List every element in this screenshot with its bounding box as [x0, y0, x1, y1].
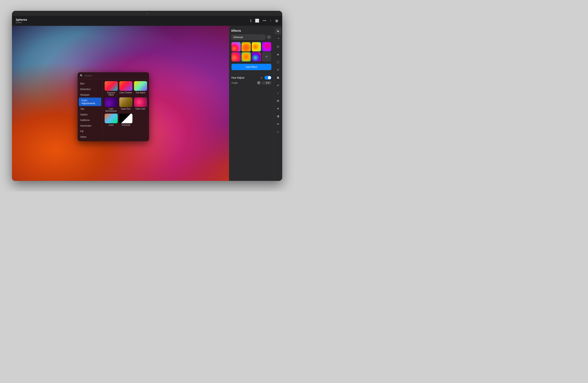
effect-preset-5[interactable]	[231, 52, 241, 62]
svg-point-3	[278, 69, 278, 70]
crop-icon[interactable]: ⬜	[255, 19, 259, 23]
category-item-sharpen[interactable]: Sharpen	[78, 92, 103, 98]
effects-preset-dropdown[interactable]: Ethereal ⌃⌄	[231, 35, 265, 40]
effect-label-colormonochrome: Color Monochrome	[105, 108, 118, 112]
effects-title: Effects	[231, 29, 272, 32]
effect-label-colorcontrols: Color Controls	[120, 91, 132, 94]
panel-content: Effects Ethereal ⌃⌄ •••	[229, 26, 274, 181]
tool-brush[interactable]	[275, 90, 281, 96]
effect-preset-7[interactable]	[252, 52, 261, 62]
tool-brightness[interactable]	[275, 106, 281, 112]
search-bar: 🔍	[78, 72, 149, 79]
category-item-halftone[interactable]: Halftone	[78, 117, 103, 123]
ellipsis-icon: •••	[268, 36, 270, 39]
add-preset-button[interactable]: +	[262, 52, 271, 62]
effect-invert[interactable]: Invert	[105, 114, 118, 126]
main-content: 🔍 Blur Distortion Sharpen Color Adjustme…	[12, 26, 282, 181]
effect-color-controls[interactable]: Color Controls	[119, 81, 132, 96]
effect-preset-6[interactable]	[241, 52, 251, 62]
mac-frame: Spheres Edited ℹ ⬜ ••• ↑ ▣ 🔍	[12, 11, 282, 181]
effect-color-monochrome[interactable]: Color Monochrome	[105, 97, 118, 112]
toolbar-right: ℹ ⬜ ••• ↑ ▣	[250, 19, 278, 23]
dropdown-body: Blur Distortion Sharpen Color Adjustment…	[78, 79, 149, 141]
effect-preset-4[interactable]	[262, 42, 271, 51]
tool-pen[interactable]	[275, 82, 281, 89]
delete-hue-icon[interactable]: 🗑	[260, 76, 263, 79]
category-item-other[interactable]: Other	[78, 134, 103, 140]
effect-thumb-threshold	[119, 114, 132, 123]
effect-thumb-colorcontrols	[119, 81, 132, 91]
svg-point-0	[277, 46, 279, 48]
angle-value[interactable]: 0.0°	[262, 81, 272, 85]
hue-adjust-toggle[interactable]	[264, 76, 272, 80]
effect-sepia-tone[interactable]: Sepia Tone	[119, 97, 132, 112]
effect-false-color[interactable]: False Color	[134, 97, 147, 112]
tool-magic-wand[interactable]	[275, 36, 281, 42]
svg-point-2	[277, 69, 278, 69]
search-input[interactable]	[84, 74, 147, 77]
tool-circle[interactable]	[275, 44, 281, 50]
tool-fill[interactable]	[275, 75, 281, 81]
svg-point-4	[278, 69, 279, 69]
category-item-color-adjustments[interactable]: Color Adjustments	[79, 98, 101, 106]
effect-label-threshold: Threshold	[121, 124, 130, 126]
tool-stamp[interactable]	[275, 51, 281, 58]
effects-preset-value: Ethereal	[233, 36, 243, 39]
title-info: Spheres Edited	[16, 18, 27, 23]
svg-point-6	[278, 70, 279, 71]
effect-label-exposure: Exposure Adjust	[105, 91, 118, 96]
info-icon[interactable]: ℹ	[250, 19, 252, 23]
tool-tint[interactable]	[275, 113, 281, 119]
more-options-icon[interactable]: •••	[263, 19, 266, 23]
category-item-fill[interactable]: Fill	[78, 129, 103, 134]
category-item-generator[interactable]: Generator	[78, 123, 103, 129]
app-container: Spheres Edited ℹ ⬜ ••• ↑ ▣ 🔍	[12, 16, 282, 181]
angle-row: Angle 0.0°	[231, 81, 272, 85]
search-icon: 🔍	[80, 74, 83, 77]
effect-hue-adjust[interactable]: Hue Adjust	[134, 81, 147, 96]
svg-point-9	[277, 108, 278, 109]
effect-preset-2[interactable]	[241, 42, 251, 51]
right-panel: Effects Ethereal ⌃⌄ •••	[229, 26, 274, 181]
category-item-blur[interactable]: Blur	[78, 81, 103, 86]
effect-preset-1[interactable]	[231, 42, 241, 51]
angle-knob[interactable]	[257, 81, 261, 85]
svg-rect-8	[277, 100, 279, 102]
title-bar: Spheres Edited ℹ ⬜ ••• ↑ ▣	[12, 16, 282, 26]
hue-controls: 🗑	[260, 76, 272, 80]
hue-adjust-header: Hue Adjust 🗑	[231, 76, 272, 80]
category-item-distortion[interactable]: Distortion	[78, 86, 103, 92]
document-title: Spheres	[16, 18, 27, 21]
hue-adjust-section: Hue Adjust 🗑 Angle 0.0°	[231, 73, 272, 85]
effect-exposure-adjust[interactable]: Exposure Adjust	[105, 81, 118, 96]
tool-clone[interactable]	[275, 129, 281, 135]
effect-thumb-falsecolor	[134, 97, 147, 107]
effect-preset-3[interactable]	[252, 42, 261, 51]
category-item-tile[interactable]: Tile	[78, 106, 103, 112]
tool-scatter[interactable]	[275, 67, 281, 73]
effect-label-invert: Invert	[109, 124, 113, 126]
tool-cursor[interactable]	[275, 28, 281, 34]
angle-label: Angle	[231, 81, 238, 84]
effect-label-hueadjust: Hue Adjust	[136, 91, 145, 94]
share-icon[interactable]: ↑	[270, 19, 272, 23]
tool-smudge[interactable]	[275, 121, 281, 127]
effect-threshold[interactable]: Threshold	[119, 114, 132, 126]
effects-grid: +	[231, 42, 272, 62]
svg-point-7	[278, 78, 279, 79]
more-options-button[interactable]: •••	[266, 35, 272, 40]
chevron-up-down-icon: ⌃⌄	[260, 36, 263, 39]
tool-selection[interactable]	[275, 59, 281, 65]
tool-eraser[interactable]	[275, 98, 281, 104]
category-item-stylize[interactable]: Stylize	[78, 112, 103, 117]
category-list: Blur Distortion Sharpen Color Adjustment…	[78, 79, 103, 141]
canvas-area: 🔍 Blur Distortion Sharpen Color Adjustme…	[12, 26, 229, 181]
effect-thumb-hueadjust	[134, 81, 147, 91]
add-effect-button[interactable]: Add Effect	[231, 64, 272, 70]
effect-thumb-sepiatone	[119, 97, 132, 107]
far-right-toolbar	[274, 26, 282, 181]
color-adjustments-effects-panel: Exposure Adjust Color Controls Hue Adjus…	[103, 79, 149, 141]
angle-value-group: 0.0°	[257, 81, 272, 85]
layout-icon[interactable]: ▣	[275, 19, 278, 23]
effects-dropdown-row: Ethereal ⌃⌄ •••	[231, 35, 272, 40]
